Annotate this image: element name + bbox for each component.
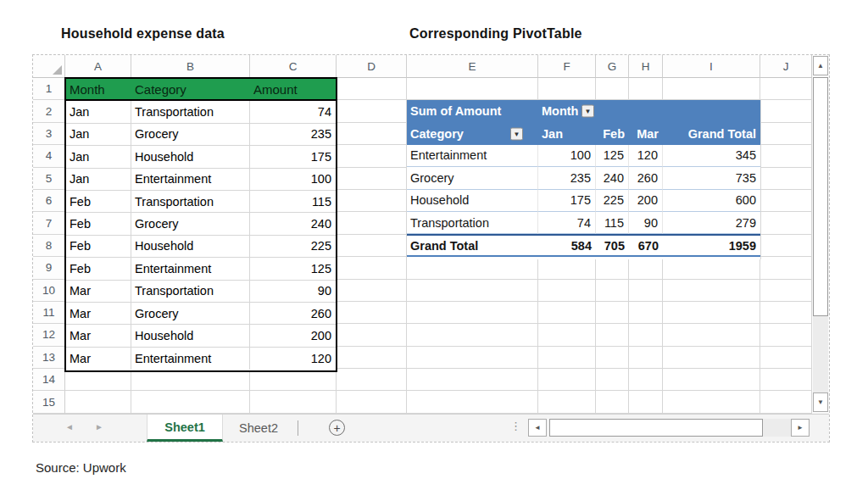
column-header-C[interactable]: C [250, 55, 337, 78]
sheet-cell[interactable] [65, 369, 131, 391]
sheet-cell[interactable] [760, 369, 812, 391]
expense-header-month[interactable]: Month [66, 79, 131, 99]
sheet-cell[interactable] [596, 391, 629, 413]
pivot-col-header-feb[interactable]: Feb [596, 122, 629, 144]
sheet-cell[interactable] [407, 369, 538, 391]
row-header-9[interactable]: 9 [33, 257, 65, 279]
sheet-cell[interactable] [663, 257, 760, 279]
pivot-grand-total-cell[interactable]: 1959 [663, 236, 760, 254]
sheet-cell[interactable] [596, 257, 629, 279]
row-header-1[interactable]: 1 [33, 78, 65, 100]
pivot-category-cell[interactable]: Transportation [407, 212, 538, 234]
expense-amount-cell[interactable]: 175 [250, 146, 336, 168]
sheet-cell[interactable] [337, 123, 407, 145]
row-header-11[interactable]: 11 [33, 302, 65, 324]
expense-category-cell[interactable]: Entertainment [131, 348, 250, 370]
row-header-12[interactable]: 12 [33, 324, 65, 346]
sheet-cell[interactable] [337, 100, 407, 122]
sheet-cell[interactable] [337, 257, 407, 279]
expense-amount-cell[interactable]: 235 [250, 124, 336, 146]
sheet-cell[interactable] [629, 280, 663, 302]
sheet-cell[interactable] [760, 123, 812, 145]
pivot-value-cell[interactable]: 735 [663, 167, 760, 189]
sheet-cell[interactable] [663, 324, 760, 346]
sheet-cell[interactable] [337, 78, 407, 100]
sheet-cell[interactable] [250, 391, 337, 413]
pivot-grand-total-cell[interactable]: 584 [538, 236, 596, 254]
scroll-down-button[interactable]: ▼ [813, 392, 828, 412]
sheet-cell[interactable] [663, 369, 760, 391]
pivot-header-cell[interactable] [596, 100, 629, 122]
drag-handle-icon[interactable]: ⋮ [510, 420, 521, 432]
tab-sheet1[interactable]: Sheet1 [147, 415, 223, 442]
pivot-value-cell[interactable]: 115 [596, 212, 629, 234]
pivot-col-header-grand-total[interactable]: Grand Total [663, 122, 760, 144]
sheet-cell[interactable] [760, 391, 812, 413]
expense-amount-cell[interactable]: 74 [250, 101, 336, 123]
sheet-cell[interactable] [250, 369, 337, 391]
pivot-header-cell[interactable] [629, 100, 663, 122]
column-header-D[interactable]: D [337, 55, 407, 78]
row-header-3[interactable]: 3 [33, 123, 65, 145]
expense-header-category[interactable]: Category [131, 79, 250, 99]
vertical-scroll-track[interactable] [813, 316, 828, 392]
sheet-cell[interactable] [760, 257, 812, 279]
pivot-value-cell[interactable]: 260 [629, 167, 663, 189]
sheet-cell[interactable] [337, 190, 407, 212]
pivot-value-cell[interactable]: 74 [538, 212, 596, 234]
sheet-cell[interactable] [337, 347, 407, 369]
sheet-cell[interactable] [760, 190, 812, 212]
sheet-cell[interactable] [629, 257, 663, 279]
sheet-cell[interactable] [407, 302, 538, 324]
expense-month-cell[interactable]: Mar [66, 281, 131, 303]
column-header-I[interactable]: I [663, 55, 760, 78]
expense-category-cell[interactable]: Household [131, 236, 250, 258]
column-header-B[interactable]: B [131, 55, 250, 78]
scroll-up-button[interactable]: ▲ [813, 56, 828, 75]
expense-amount-cell[interactable]: 240 [250, 213, 336, 235]
pivot-value-cell[interactable]: 345 [663, 145, 760, 167]
pivot-col-header-mar[interactable]: Mar [629, 122, 663, 144]
pivot-grand-total-cell[interactable]: 670 [629, 236, 663, 254]
expense-month-cell[interactable]: Jan [66, 124, 131, 146]
expense-month-cell[interactable]: Feb [66, 236, 131, 258]
sheet-cell[interactable] [407, 324, 538, 346]
expense-category-cell[interactable]: Household [131, 146, 250, 168]
sheet-cell[interactable] [538, 369, 596, 391]
row-header-4[interactable]: 4 [33, 145, 65, 167]
sheet-cell[interactable] [596, 347, 629, 369]
tab-nav-right-icon[interactable]: ► [95, 422, 103, 431]
pivot-value-cell[interactable]: 240 [596, 167, 629, 189]
row-header-7[interactable]: 7 [33, 212, 65, 234]
sheet-cell[interactable] [760, 235, 812, 257]
expense-category-cell[interactable]: Grocery [131, 303, 250, 325]
sheet-cell[interactable] [407, 347, 538, 369]
row-header-10[interactable]: 10 [33, 280, 65, 302]
sheet-cell[interactable] [538, 280, 596, 302]
tab-sheet2[interactable]: Sheet2 [223, 415, 294, 442]
sheet-cell[interactable] [596, 324, 629, 346]
sheet-cell[interactable] [760, 347, 812, 369]
expense-category-cell[interactable]: Transportation [131, 281, 250, 303]
expense-month-cell[interactable]: Mar [66, 325, 131, 347]
pivot-grand-total-label[interactable]: Grand Total [407, 236, 538, 254]
expense-amount-cell[interactable]: 125 [250, 258, 336, 280]
sheet-cell[interactable] [760, 168, 812, 190]
column-header-J[interactable]: J [760, 55, 812, 78]
pivot-header-cell[interactable] [663, 100, 760, 122]
vertical-scrollbar[interactable]: ▲ ▼ [812, 55, 829, 414]
sheet-cell[interactable] [538, 302, 596, 324]
pivot-value-cell[interactable]: 200 [629, 190, 663, 212]
sheet-cell[interactable] [760, 324, 812, 346]
sheet-cell[interactable] [337, 302, 407, 324]
sheet-cell[interactable] [337, 145, 407, 167]
expense-amount-cell[interactable]: 90 [250, 281, 336, 303]
tab-nav-left-icon[interactable]: ◄ [65, 422, 74, 431]
sheet-cell[interactable] [629, 78, 663, 100]
expense-month-cell[interactable]: Feb [66, 191, 131, 213]
pivot-row-field[interactable]: Category▼ [407, 122, 538, 144]
pivot-category-cell[interactable]: Grocery [407, 167, 538, 189]
pivot-value-cell[interactable]: 225 [596, 190, 629, 212]
expense-amount-cell[interactable]: 100 [250, 169, 336, 191]
sheet-cell[interactable] [596, 369, 629, 391]
